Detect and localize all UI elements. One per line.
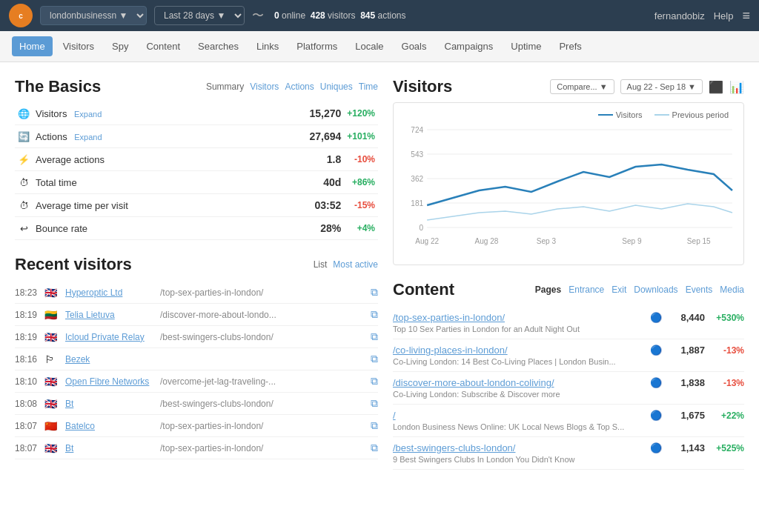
subnav-item-searches[interactable]: Searches (190, 36, 246, 56)
content-url-link[interactable]: /discover-more-about-london-coliving/ (393, 377, 644, 388)
visitor-row: 18:16 🏳 Bezek ⧉ (15, 348, 378, 370)
svg-text:543: 543 (411, 150, 423, 159)
content-count: 1,887 (668, 345, 705, 356)
visitor-isp-link[interactable]: Batelco (65, 421, 154, 431)
recent-tab-most-active[interactable]: Most active (333, 259, 378, 270)
visitor-action-icon[interactable]: ⧉ (371, 330, 378, 343)
subnav-item-platforms[interactable]: Platforms (289, 36, 345, 56)
content-count: 1,675 (668, 410, 705, 421)
content-url-link[interactable]: /top-sex-parties-in-london/ (393, 312, 644, 323)
visitor-isp-link[interactable]: Hyperoptic Ltd (65, 287, 154, 298)
svg-text:Aug 28: Aug 28 (475, 237, 499, 245)
date-range-button[interactable]: Aug 22 - Sep 18 ▼ (620, 79, 703, 94)
visitor-url: /best-swingers-clubs-london/ (160, 399, 365, 409)
metric-expand-link[interactable]: Expand (74, 133, 102, 142)
visitor-isp-link[interactable]: Telia Lietuva (65, 310, 154, 320)
subnav-item-campaigns[interactable]: Campaigns (437, 36, 501, 56)
visitor-isp-link[interactable]: Open Fibre Networks (65, 376, 154, 387)
svg-text:c: c (19, 12, 23, 20)
help-link[interactable]: Help (714, 10, 734, 21)
visitor-action-icon[interactable]: ⧉ (371, 353, 378, 365)
visitor-action-icon[interactable]: ⧉ (371, 419, 378, 432)
site-selector[interactable]: londonbusinessn ▼ (40, 6, 147, 25)
basics-tab-visitors[interactable]: Visitors (250, 82, 279, 92)
subnav-item-goals[interactable]: Goals (394, 36, 434, 56)
metric-row: 🔄 Actions Expand 27,694 +101% (15, 125, 378, 148)
visitor-row: 18:07 🇨🇳 Batelco /top-sex-parties-in-lon… (15, 415, 378, 437)
content-icon: 🔵 (650, 442, 662, 453)
chart-icon[interactable]: 〜 (252, 8, 264, 24)
visitor-action-icon[interactable]: ⧉ (371, 442, 378, 454)
content-change: +22% (711, 410, 744, 421)
visitor-time: 18:16 (15, 354, 39, 365)
content-tab-events[interactable]: Events (686, 285, 713, 295)
content-url-link[interactable]: /co-living-places-in-london/ (393, 345, 644, 356)
content-description: London Business News Online: UK Local Ne… (393, 422, 652, 431)
export-icon[interactable]: ⬛ (709, 80, 723, 94)
basics-tab-uniques[interactable]: Uniques (320, 82, 353, 92)
content-tab-downloads[interactable]: Downloads (634, 285, 677, 295)
content-section: Content PagesEntranceExitDownloadsEvents… (393, 280, 744, 470)
subnav-item-locale[interactable]: Locale (348, 36, 391, 56)
visitor-row: 18:23 🇬🇧 Hyperoptic Ltd /top-sex-parties… (15, 282, 378, 304)
content-tab-exit[interactable]: Exit (611, 285, 626, 295)
date-range-selector[interactable]: Last 28 days ▼ (154, 6, 245, 25)
recent-visitors-section: Recent visitors List Most active 18:23 🇬… (15, 255, 378, 459)
recent-visitors-tabs: List Most active (314, 259, 378, 270)
visitor-action-icon[interactable]: ⧉ (371, 397, 378, 410)
basics-tab-time[interactable]: Time (359, 82, 378, 92)
content-url-link[interactable]: /best-swingers-clubs-london/ (393, 442, 644, 453)
app-logo: c (9, 4, 33, 27)
metric-expand-link[interactable]: Expand (74, 110, 102, 119)
hamburger-menu-icon[interactable]: ≡ (742, 8, 750, 24)
right-panel: Visitors Compare... ▼ Aug 22 - Sep 18 ▼ … (393, 77, 744, 517)
subnav-item-uptime[interactable]: Uptime (503, 36, 548, 56)
subnav-item-visitors[interactable]: Visitors (56, 36, 102, 56)
visitor-action-icon[interactable]: ⧉ (371, 308, 378, 321)
content-description: Co-Living London: 14 Best Co-Living Plac… (393, 357, 652, 366)
visitor-url: /discover-more-about-londo... (160, 310, 365, 320)
subnav-item-content[interactable]: Content (139, 36, 188, 56)
content-description: 9 Best Swingers Clubs In London You Didn… (393, 455, 652, 464)
subnav-item-prefs[interactable]: Prefs (551, 36, 589, 56)
visitor-row: 18:19 🇬🇧 Icloud Private Relay /best-swin… (15, 326, 378, 348)
left-panel: The Basics SummaryVisitorsActionsUniques… (15, 77, 378, 517)
metric-name: Average time per visit (33, 194, 258, 217)
content-change: +530% (711, 313, 744, 323)
metric-value: 40d (258, 171, 344, 194)
metric-row: ⚡ Average actions 1.8 -10% (15, 148, 378, 171)
metric-value: 03:52 (258, 194, 344, 217)
subnav-item-links[interactable]: Links (249, 36, 286, 56)
content-url-link[interactable]: / (393, 410, 644, 421)
username-link[interactable]: fernandobiz (654, 10, 705, 21)
content-tab-media[interactable]: Media (720, 285, 744, 295)
compare-button[interactable]: Compare... ▼ (550, 79, 614, 94)
metric-icon: 🔄 (15, 125, 33, 148)
recent-visitors-title: Recent visitors (15, 255, 132, 274)
visitors-chart-container: Visitors Previous period 724 543 362 181… (393, 102, 744, 265)
visitor-time: 18:08 (15, 399, 39, 409)
basics-tab-summary: Summary (206, 82, 244, 92)
visitor-isp-link[interactable]: Bt (65, 443, 154, 453)
visitor-action-icon[interactable]: ⧉ (371, 286, 378, 299)
content-item: /discover-more-about-london-coliving/ 🔵 … (393, 372, 744, 405)
visitor-flag: 🇬🇧 (44, 287, 59, 299)
visitor-isp-link[interactable]: Bezek (65, 354, 154, 365)
content-title: Content (393, 280, 454, 299)
bar-chart-icon[interactable]: 📊 (729, 80, 744, 94)
visitor-time: 18:19 (15, 332, 39, 342)
visitor-isp-link[interactable]: Icloud Private Relay (65, 332, 154, 342)
svg-text:Aug 22: Aug 22 (415, 237, 439, 245)
visitor-action-icon[interactable]: ⧉ (371, 375, 378, 388)
metric-change: -15% (344, 194, 378, 217)
content-header: Content PagesEntranceExitDownloadsEvents… (393, 280, 744, 299)
subnav-item-home[interactable]: Home (12, 36, 53, 56)
visitor-isp-link[interactable]: Bt (65, 399, 154, 409)
content-tab-entrance[interactable]: Entrance (569, 285, 604, 295)
content-item: /co-living-places-in-london/ 🔵 1,887 -13… (393, 339, 744, 372)
content-item-row: /co-living-places-in-london/ 🔵 1,887 -13… (393, 345, 744, 356)
subnav-item-spy[interactable]: Spy (105, 36, 136, 56)
basics-tab-actions[interactable]: Actions (285, 82, 314, 92)
visitor-time: 18:23 (15, 287, 39, 298)
content-tab-pages[interactable]: Pages (535, 285, 561, 295)
